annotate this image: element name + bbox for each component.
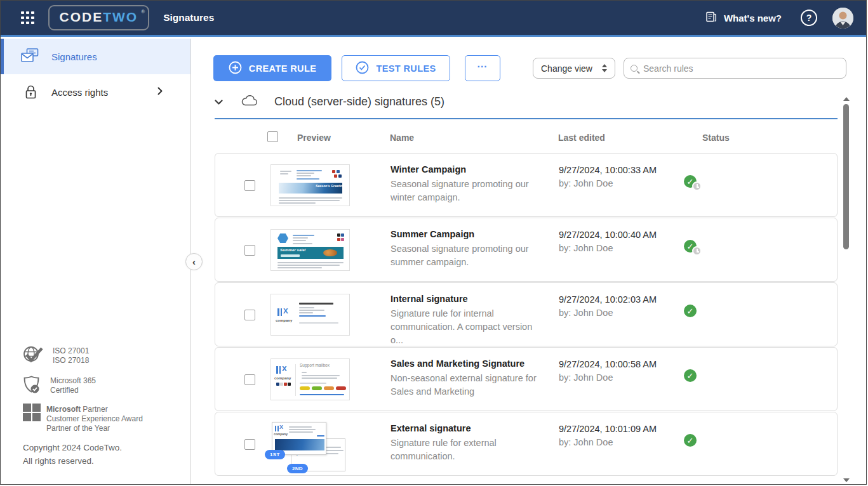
signature-preview-thumbnail[interactable]: Season's Greetings (270, 164, 350, 206)
rule-name[interactable]: Sales and Marketing Signature (391, 358, 524, 369)
rule-row[interactable]: punctualXcompany1ST2NDExternal signature… (215, 412, 838, 476)
registered-mark: ® (141, 9, 145, 15)
globe-check-icon (22, 345, 47, 369)
codetwo-logo[interactable]: CODETWO ® (48, 5, 150, 30)
order-badge-2nd: 2ND (287, 464, 308, 473)
rule-row[interactable]: Summer sale!Summer CampaignSeasonal sign… (215, 218, 838, 282)
rule-name[interactable]: External signature (391, 423, 471, 433)
main-content: CREATE RULE TEST RULES ⋯ Change view (191, 39, 867, 485)
scrollbar-thumb[interactable] (843, 104, 849, 249)
row-checkbox[interactable] (244, 245, 255, 256)
status-badge: ✓ (684, 434, 697, 447)
scheduled-clock-icon (692, 246, 702, 256)
chevron-down-icon[interactable] (215, 96, 223, 108)
check-circle-icon (356, 61, 369, 76)
plus-circle-icon (229, 61, 242, 76)
more-actions-button[interactable]: ⋯ (465, 55, 500, 81)
section-underline (215, 118, 838, 119)
rule-author: by: John Doe (559, 437, 613, 447)
table-header: Preview Name Last edited Status (215, 128, 838, 151)
row-checkbox[interactable] (244, 310, 255, 320)
rules-list: Season's GreetingsWinter CampaignSeasona… (215, 153, 838, 476)
rule-name[interactable]: Summer Campaign (391, 229, 474, 239)
sidebar-item-label: Access rights (51, 87, 108, 98)
rule-author: by: John Doe (559, 372, 613, 383)
user-avatar[interactable] (832, 8, 853, 29)
brand-two: TWO (103, 10, 138, 24)
row-checkbox[interactable] (244, 374, 255, 385)
section-title: Cloud (server-side) signatures (5) (274, 95, 444, 108)
column-header-name: Name (390, 133, 414, 143)
select-all-checkbox[interactable] (267, 131, 278, 142)
rule-row[interactable]: Season's GreetingsWinter CampaignSeasona… (215, 153, 838, 217)
sidebar-item-signatures[interactable]: Signatures (1, 39, 190, 74)
rule-author: by: John Doe (559, 308, 613, 318)
select-spinner-icon (602, 64, 607, 72)
change-view-select[interactable]: Change view (533, 58, 615, 79)
sidebar-item-access-rights[interactable]: Access rights (1, 74, 190, 110)
cloud-signatures-section-header[interactable]: Cloud (server-side) signatures (5) (215, 95, 444, 109)
lock-icon (21, 85, 40, 100)
whats-new-label: What's new? (724, 13, 782, 23)
app-window: CODETWO ® Signatures What's new? ? (0, 0, 867, 485)
status-check-icon: ✓ (684, 305, 697, 317)
rule-row[interactable]: XcompanyInternal signatureSignature rule… (215, 282, 838, 346)
signature-preview-thumbnail[interactable]: Summer sale! (270, 229, 350, 271)
rule-last-edited: 9/27/2024, 10:00:58 AM (559, 359, 657, 369)
whats-new-icon (705, 10, 718, 25)
sidebar-item-label: Signatures (51, 51, 97, 62)
sidebar: Signatures Access rights (1, 39, 191, 485)
iso-certification: ISO 27001 ISO 27018 (22, 345, 89, 369)
scheduled-clock-icon (692, 181, 702, 191)
cloud-icon (241, 95, 258, 109)
rule-last-edited: 9/27/2024, 10:00:40 AM (559, 230, 657, 240)
column-header-status: Status (702, 133, 730, 143)
help-button[interactable]: ? (801, 10, 817, 26)
rule-last-edited: 9/27/2024, 10:00:33 AM (559, 165, 657, 175)
status-badge: ✓ (684, 175, 697, 188)
status-check-icon: ✓ (684, 434, 697, 447)
signature-preview-thumbnail[interactable]: Xcompany (270, 294, 350, 336)
status-check-icon: ✓ (684, 369, 697, 382)
m365-certification: Microsoft 365 Certified (23, 375, 96, 398)
signature-preview-thumbnail[interactable]: XcompanySupport mailbox (270, 358, 350, 400)
brand-code: CODE (60, 10, 103, 24)
row-checkbox[interactable] (244, 439, 255, 450)
create-rule-button[interactable]: CREATE RULE (213, 55, 331, 81)
microsoft-logo (23, 404, 41, 433)
top-bar: CODETWO ® Signatures What's new? ? (1, 1, 866, 37)
copyright-line-2: All rights reserved. (23, 456, 94, 466)
copyright-line-1: Copyright 2024 CodeTwo. (23, 443, 122, 452)
page-title: Signatures (163, 12, 214, 23)
test-rules-button[interactable]: TEST RULES (342, 55, 450, 81)
signature-icon (21, 48, 40, 65)
scrollbar-up-arrow[interactable] (843, 97, 850, 101)
rule-author: by: John Doe (559, 243, 613, 253)
column-header-last-edited: Last edited (558, 133, 605, 143)
rule-description: Seasonal signature promoting our summer … (391, 242, 542, 269)
status-badge: ✓ (684, 240, 697, 253)
rule-name[interactable]: Internal signature (391, 294, 468, 304)
rule-description: Signature rule for external communicatio… (391, 437, 542, 463)
chevron-right-icon (157, 86, 163, 98)
row-checkbox[interactable] (244, 180, 255, 191)
shield-check-icon (23, 375, 44, 398)
microsoft-partner: Microsoft Partner Customer Experience Aw… (23, 404, 143, 433)
rule-description: Signature rule for internal communicatio… (391, 307, 542, 347)
rule-name[interactable]: Winter Campaign (391, 164, 466, 174)
rule-last-edited: 9/27/2024, 10:01:09 AM (559, 424, 657, 434)
rule-description: Non-seasonal external signature for Sale… (391, 372, 542, 398)
search-rules-box[interactable] (624, 58, 846, 79)
app-launcher-icon[interactable] (21, 11, 34, 25)
order-badge-1st: 1ST (265, 450, 285, 459)
rule-last-edited: 9/27/2024, 10:02:03 AM (559, 294, 657, 305)
whats-new-button[interactable]: What's new? (705, 10, 782, 25)
search-input[interactable] (643, 63, 839, 74)
signature-preview-thumbnail[interactable]: punctualXcompany1ST2ND (270, 423, 350, 465)
rule-row[interactable]: XcompanySupport mailboxSales and Marketi… (215, 347, 838, 411)
scrollbar-down-arrow[interactable] (843, 478, 850, 482)
sidebar-collapse-button[interactable]: ‹ (185, 253, 203, 270)
rule-description: Seasonal signature promoting our winter … (391, 178, 542, 204)
status-badge: ✓ (684, 369, 697, 382)
search-icon (631, 65, 638, 72)
